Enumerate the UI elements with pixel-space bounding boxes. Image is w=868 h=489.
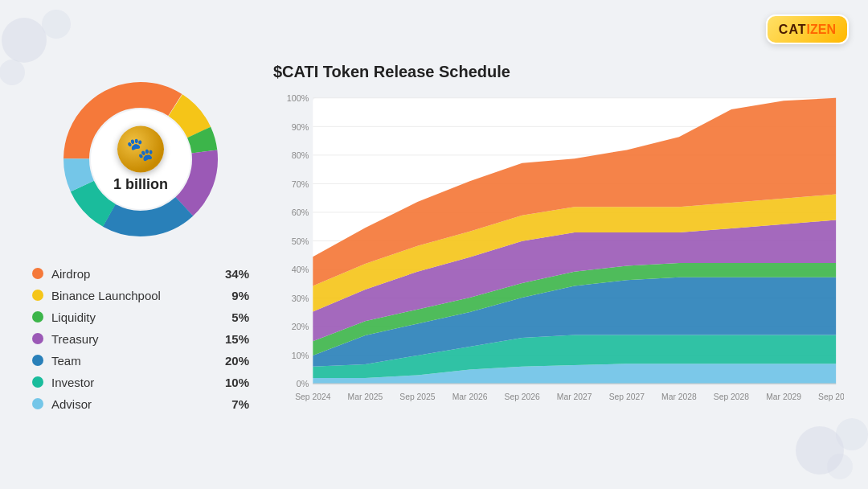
svg-text:80%: 80%	[292, 150, 309, 160]
binance-dot	[32, 290, 43, 301]
investor-label: Investor	[51, 376, 214, 389]
svg-text:Mar 2026: Mar 2026	[452, 391, 488, 401]
legend-treasury: Treasury 15%	[32, 332, 249, 346]
team-dot	[32, 355, 43, 366]
left-panel: 🐾 1 billion Airdrop 34% Binance Launchpo…	[24, 71, 257, 419]
liquidity-dot	[32, 311, 43, 323]
donut-chart: 🐾 1 billion	[52, 71, 229, 248]
chart-area: 100% 90% 80% 70% 60% 50% 40% 30% 20% 10%…	[273, 89, 844, 427]
team-pct: 20%	[220, 354, 249, 368]
legend-binance: Binance Launchpool 9%	[32, 289, 249, 302]
advisor-label: Advisor	[51, 397, 214, 411]
right-panel: $CATI Token Release Schedule	[257, 63, 844, 427]
svg-text:Sep 2027: Sep 2027	[609, 391, 645, 401]
svg-text:Sep 2026: Sep 2026	[504, 391, 539, 401]
svg-text:60%: 60%	[292, 207, 309, 217]
logo-badge: CATIZEN	[766, 14, 849, 44]
advisor-dot	[32, 398, 43, 409]
svg-text:30%: 30%	[292, 293, 309, 303]
airdrop-dot	[32, 268, 43, 279]
legend-investor: Investor 10%	[32, 376, 249, 389]
total-label: 1 billion	[113, 175, 168, 192]
svg-text:10%: 10%	[292, 350, 309, 360]
svg-text:Mar 2027: Mar 2027	[557, 391, 592, 401]
legend-liquidity: Liquidity 5%	[32, 310, 249, 324]
svg-text:70%: 70%	[292, 179, 309, 189]
svg-text:Mar 2028: Mar 2028	[661, 391, 697, 401]
airdrop-pct: 34%	[220, 267, 249, 281]
svg-text:0%: 0%	[297, 379, 309, 389]
treasury-pct: 15%	[220, 332, 249, 346]
paw-icon: 🐾	[126, 136, 154, 162]
legend-team: Team 20%	[32, 354, 249, 368]
liquidity-label: Liquidity	[51, 310, 214, 324]
svg-text:50%: 50%	[292, 236, 309, 246]
svg-text:Sep 2028: Sep 2028	[714, 391, 749, 401]
legend-advisor: Advisor 7%	[32, 397, 249, 411]
airdrop-label: Airdrop	[51, 267, 214, 281]
svg-text:Mar 2025: Mar 2025	[348, 391, 383, 401]
investor-dot	[32, 376, 43, 388]
binance-label: Binance Launchpool	[51, 289, 214, 302]
svg-text:40%: 40%	[292, 264, 309, 274]
legend-airdrop: Airdrop 34%	[32, 267, 249, 281]
investor-pct: 10%	[220, 376, 249, 389]
svg-text:20%: 20%	[292, 321, 309, 331]
legend: Airdrop 34% Binance Launchpool 9% Liquid…	[24, 267, 257, 419]
chart-title: $CATI Token Release Schedule	[273, 63, 844, 81]
coin-icon: 🐾	[117, 125, 164, 172]
liquidity-pct: 5%	[220, 310, 249, 324]
team-label: Team	[51, 354, 214, 368]
svg-text:100%: 100%	[287, 92, 309, 103]
svg-text:Sep 2024: Sep 2024	[295, 391, 330, 401]
treasury-dot	[32, 333, 43, 344]
advisor-pct: 7%	[220, 397, 249, 411]
binance-pct: 9%	[220, 289, 249, 302]
svg-text:Mar 2029: Mar 2029	[766, 391, 801, 401]
logo-area: CATIZEN	[766, 14, 849, 44]
treasury-label: Treasury	[51, 332, 214, 346]
svg-text:Sep 2025: Sep 2025	[399, 391, 435, 401]
svg-text:Sep 2029: Sep 2029	[818, 391, 844, 401]
svg-text:90%: 90%	[292, 121, 309, 132]
